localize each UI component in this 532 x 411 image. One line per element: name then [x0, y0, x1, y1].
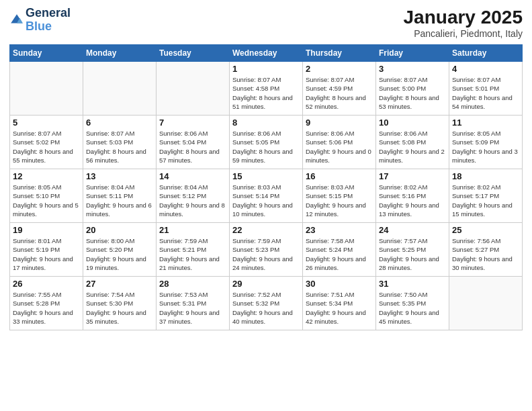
day-info: Sunrise: 7:55 AM Sunset: 5:28 PM Dayligh…: [13, 290, 80, 326]
calendar-cell: 5Sunrise: 8:07 AM Sunset: 5:02 PM Daylig…: [10, 116, 83, 169]
day-number: 28: [159, 279, 226, 289]
day-number: 15: [232, 171, 300, 181]
calendar-cell: 19Sunrise: 8:01 AM Sunset: 5:19 PM Dayli…: [10, 223, 83, 277]
calendar-header-row: Sunday Monday Tuesday Wednesday Thursday…: [10, 45, 523, 62]
weekday-thursday: Thursday: [303, 45, 376, 62]
day-number: 19: [13, 225, 80, 235]
day-number: 12: [13, 171, 80, 181]
calendar-cell: 27Sunrise: 7:54 AM Sunset: 5:30 PM Dayli…: [83, 277, 157, 330]
day-number: 2: [306, 64, 373, 74]
calendar-cell: 20Sunrise: 8:00 AM Sunset: 5:20 PM Dayli…: [83, 223, 157, 277]
day-info: Sunrise: 8:00 AM Sunset: 5:20 PM Dayligh…: [86, 236, 153, 272]
day-number: 23: [306, 225, 373, 235]
calendar-cell: 29Sunrise: 7:52 AM Sunset: 5:32 PM Dayli…: [230, 277, 303, 330]
day-number: 27: [86, 279, 153, 289]
day-info: Sunrise: 8:07 AM Sunset: 5:01 PM Dayligh…: [452, 75, 519, 111]
day-info: Sunrise: 8:06 AM Sunset: 5:06 PM Dayligh…: [306, 129, 373, 165]
day-number: 25: [452, 225, 519, 235]
day-info: Sunrise: 8:03 AM Sunset: 5:14 PM Dayligh…: [232, 183, 300, 218]
logo-text: General Blue: [26, 7, 71, 34]
day-number: 24: [379, 225, 446, 235]
day-info: Sunrise: 8:01 AM Sunset: 5:19 PM Dayligh…: [13, 236, 80, 272]
day-number: 10: [379, 118, 446, 128]
calendar-cell: 24Sunrise: 7:57 AM Sunset: 5:25 PM Dayli…: [376, 223, 449, 277]
calendar-cell: 9Sunrise: 8:06 AM Sunset: 5:06 PM Daylig…: [303, 116, 376, 169]
day-number: 20: [86, 225, 153, 235]
day-info: Sunrise: 8:07 AM Sunset: 5:03 PM Dayligh…: [86, 129, 153, 165]
calendar-cell: 4Sunrise: 8:07 AM Sunset: 5:01 PM Daylig…: [449, 62, 523, 116]
weekday-friday: Friday: [376, 45, 449, 62]
calendar-cell: 15Sunrise: 8:03 AM Sunset: 5:14 PM Dayli…: [230, 169, 303, 223]
day-info: Sunrise: 7:58 AM Sunset: 5:24 PM Dayligh…: [306, 236, 373, 272]
day-info: Sunrise: 8:04 AM Sunset: 5:11 PM Dayligh…: [86, 183, 153, 218]
day-info: Sunrise: 8:06 AM Sunset: 5:04 PM Dayligh…: [159, 129, 226, 165]
day-number: 5: [13, 118, 80, 128]
calendar-cell: [157, 62, 230, 116]
calendar-cell: 10Sunrise: 8:06 AM Sunset: 5:08 PM Dayli…: [376, 116, 449, 169]
page-container: General Blue January 2025 Pancalieri, Pi…: [0, 0, 532, 411]
calendar-cell: 12Sunrise: 8:05 AM Sunset: 5:10 PM Dayli…: [10, 169, 83, 223]
calendar-cell: 1Sunrise: 8:07 AM Sunset: 4:58 PM Daylig…: [230, 62, 303, 116]
day-number: 3: [379, 64, 446, 74]
day-number: 11: [452, 118, 519, 128]
calendar-week-1: 5Sunrise: 8:07 AM Sunset: 5:02 PM Daylig…: [10, 116, 523, 169]
calendar-cell: 7Sunrise: 8:06 AM Sunset: 5:04 PM Daylig…: [157, 116, 230, 169]
weekday-tuesday: Tuesday: [157, 45, 230, 62]
calendar-cell: 25Sunrise: 7:56 AM Sunset: 5:27 PM Dayli…: [449, 223, 523, 277]
day-info: Sunrise: 8:02 AM Sunset: 5:17 PM Dayligh…: [452, 183, 519, 218]
day-number: 1: [232, 64, 300, 74]
calendar-cell: 23Sunrise: 7:58 AM Sunset: 5:24 PM Dayli…: [303, 223, 376, 277]
title-block: January 2025 Pancalieri, Piedmont, Italy: [404, 7, 523, 39]
day-info: Sunrise: 8:07 AM Sunset: 4:58 PM Dayligh…: [232, 75, 300, 111]
calendar-cell: 14Sunrise: 8:04 AM Sunset: 5:12 PM Dayli…: [157, 169, 230, 223]
day-number: 13: [86, 171, 153, 181]
day-info: Sunrise: 7:56 AM Sunset: 5:27 PM Dayligh…: [452, 236, 519, 272]
calendar-cell: 22Sunrise: 7:59 AM Sunset: 5:23 PM Dayli…: [230, 223, 303, 277]
calendar-cell: 18Sunrise: 8:02 AM Sunset: 5:17 PM Dayli…: [449, 169, 523, 223]
day-info: Sunrise: 7:57 AM Sunset: 5:25 PM Dayligh…: [379, 236, 446, 272]
day-number: 22: [232, 225, 300, 235]
calendar-cell: 31Sunrise: 7:50 AM Sunset: 5:35 PM Dayli…: [376, 277, 449, 330]
calendar: Sunday Monday Tuesday Wednesday Thursday…: [9, 44, 523, 330]
day-number: 14: [159, 171, 226, 181]
calendar-week-4: 26Sunrise: 7:55 AM Sunset: 5:28 PM Dayli…: [10, 277, 523, 330]
weekday-sunday: Sunday: [10, 45, 83, 62]
day-info: Sunrise: 7:53 AM Sunset: 5:31 PM Dayligh…: [159, 290, 226, 326]
day-number: 30: [306, 279, 373, 289]
day-number: 31: [379, 279, 446, 289]
day-info: Sunrise: 7:59 AM Sunset: 5:21 PM Dayligh…: [159, 236, 226, 272]
page-header: General Blue January 2025 Pancalieri, Pi…: [9, 7, 523, 39]
day-number: 7: [159, 118, 226, 128]
calendar-cell: 16Sunrise: 8:03 AM Sunset: 5:15 PM Dayli…: [303, 169, 376, 223]
weekday-wednesday: Wednesday: [230, 45, 303, 62]
calendar-cell: [10, 62, 83, 116]
weekday-saturday: Saturday: [449, 45, 523, 62]
day-number: 4: [452, 64, 519, 74]
day-number: 16: [306, 171, 373, 181]
calendar-cell: 11Sunrise: 8:05 AM Sunset: 5:09 PM Dayli…: [449, 116, 523, 169]
day-info: Sunrise: 8:03 AM Sunset: 5:15 PM Dayligh…: [306, 183, 373, 218]
day-info: Sunrise: 8:07 AM Sunset: 5:00 PM Dayligh…: [379, 75, 446, 111]
day-info: Sunrise: 8:07 AM Sunset: 5:02 PM Dayligh…: [13, 129, 80, 165]
weekday-monday: Monday: [83, 45, 157, 62]
day-info: Sunrise: 8:05 AM Sunset: 5:09 PM Dayligh…: [452, 129, 519, 165]
calendar-week-0: 1Sunrise: 8:07 AM Sunset: 4:58 PM Daylig…: [10, 62, 523, 116]
calendar-cell: 21Sunrise: 7:59 AM Sunset: 5:21 PM Dayli…: [157, 223, 230, 277]
calendar-cell: 6Sunrise: 8:07 AM Sunset: 5:03 PM Daylig…: [83, 116, 157, 169]
calendar-cell: 8Sunrise: 8:06 AM Sunset: 5:05 PM Daylig…: [230, 116, 303, 169]
month-title: January 2025: [404, 7, 523, 28]
day-info: Sunrise: 8:04 AM Sunset: 5:12 PM Dayligh…: [159, 183, 226, 218]
day-number: 17: [379, 171, 446, 181]
calendar-cell: 13Sunrise: 8:04 AM Sunset: 5:11 PM Dayli…: [83, 169, 157, 223]
calendar-cell: [83, 62, 157, 116]
calendar-cell: 30Sunrise: 7:51 AM Sunset: 5:34 PM Dayli…: [303, 277, 376, 330]
day-info: Sunrise: 7:59 AM Sunset: 5:23 PM Dayligh…: [232, 236, 300, 272]
calendar-cell: 3Sunrise: 8:07 AM Sunset: 5:00 PM Daylig…: [376, 62, 449, 116]
day-info: Sunrise: 8:07 AM Sunset: 4:59 PM Dayligh…: [306, 75, 373, 111]
day-info: Sunrise: 8:05 AM Sunset: 5:10 PM Dayligh…: [13, 183, 80, 218]
day-info: Sunrise: 7:54 AM Sunset: 5:30 PM Dayligh…: [86, 290, 153, 326]
day-info: Sunrise: 8:06 AM Sunset: 5:05 PM Dayligh…: [232, 129, 300, 165]
calendar-cell: 17Sunrise: 8:02 AM Sunset: 5:16 PM Dayli…: [376, 169, 449, 223]
day-info: Sunrise: 8:06 AM Sunset: 5:08 PM Dayligh…: [379, 129, 446, 165]
calendar-week-3: 19Sunrise: 8:01 AM Sunset: 5:19 PM Dayli…: [10, 223, 523, 277]
